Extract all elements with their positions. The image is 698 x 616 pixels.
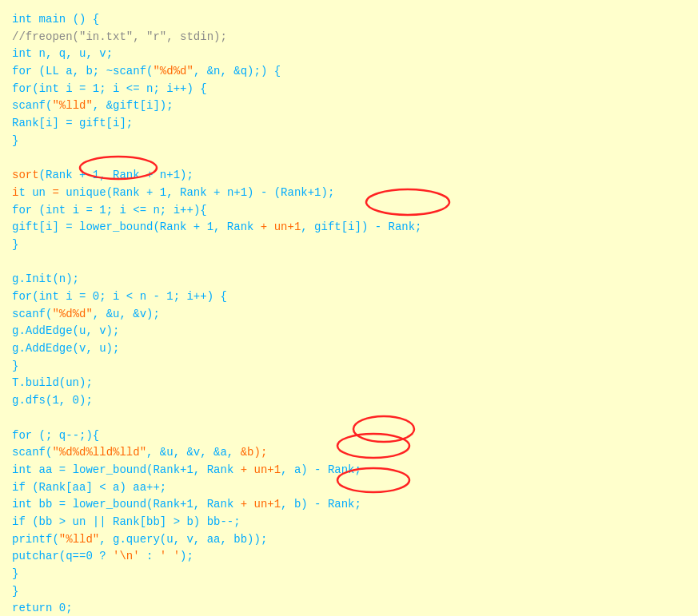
line-16: g.Init(n); <box>12 271 686 288</box>
line-23: g.dfs(1, 0); <box>12 392 686 410</box>
line-15 <box>12 254 686 272</box>
line-19: g.AddEdge(u, v); <box>12 323 686 340</box>
line-27: int aa = lower_bound(Rank+1, Rank + un+1… <box>12 462 686 479</box>
line-20: g.AddEdge(v, u); <box>12 340 686 358</box>
line-12: for (int i = 1; i <= n; i++){ <box>12 202 686 220</box>
line-30: if (bb > un || Rank[bb] > b) bb--; <box>12 514 686 531</box>
line-18: scanf("%d%d", &u, &v); <box>12 306 686 324</box>
line-1: int main () { <box>12 11 686 29</box>
line-8: } <box>12 133 686 150</box>
line-35: return 0; <box>12 600 686 616</box>
line-31: printf("%lld", g.query(u, v, aa, bb)); <box>12 531 686 549</box>
line-11: it un = unique(Rank + 1, Rank + n+1) - (… <box>12 185 686 202</box>
line-2: //freopen("in.txt", "r", stdin); <box>12 29 686 46</box>
line-7: Rank[i] = gift[i]; <box>12 115 686 133</box>
line-10: sort(Rank + 1, Rank + n+1); <box>12 167 686 185</box>
line-13: gift[i] = lower_bound(Rank + 1, Rank + u… <box>12 219 686 236</box>
code-editor: int main () { //freopen("in.txt", "r", s… <box>12 8 686 616</box>
line-34: } <box>12 583 686 601</box>
line-29: int bb = lower_bound(Rank+1, Rank + un+1… <box>12 496 686 514</box>
line-21: } <box>12 358 686 376</box>
line-28: if (Rank[aa] < a) aa++; <box>12 479 686 497</box>
line-25: for (; q--;){ <box>12 427 686 445</box>
line-4: for (LL a, b; ~scanf("%d%d", &n, &q);) { <box>12 63 686 81</box>
line-26: scanf("%d%d%lld%lld", &u, &v, &a, &b); <box>12 444 686 462</box>
line-9 <box>12 150 686 168</box>
line-22: T.build(un); <box>12 375 686 392</box>
line-6: scanf("%lld", &gift[i]); <box>12 97 686 115</box>
line-14: } <box>12 236 686 254</box>
line-3: int n, q, u, v; <box>12 46 686 63</box>
line-33: } <box>12 566 686 583</box>
line-17: for(int i = 0; i < n - 1; i++) { <box>12 288 686 306</box>
line-24 <box>12 410 686 427</box>
line-32: putchar(q==0 ? '\n' : ' '); <box>12 548 686 566</box>
line-5: for(int i = 1; i <= n; i++) { <box>12 81 686 98</box>
